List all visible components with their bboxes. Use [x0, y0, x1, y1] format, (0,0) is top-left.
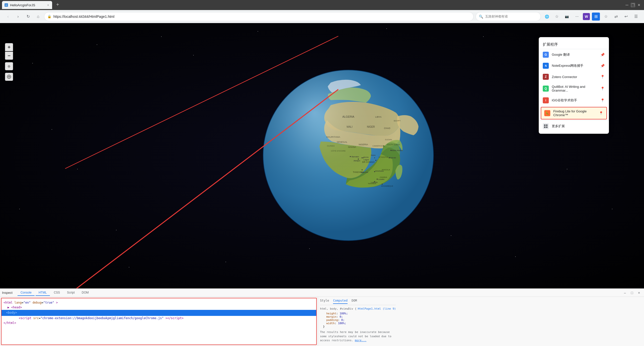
style-note: The results here may be inaccurate becau… [320, 330, 396, 343]
zoom-in-button[interactable]: + [5, 43, 13, 51]
style-tab-dom[interactable]: DOM [352, 299, 357, 304]
search-bar[interactable]: 🔍 [476, 12, 541, 21]
zoom-out-button[interactable]: − [5, 52, 13, 60]
html-line-4: <script src="chrome-extension://bmagokdo… [4, 316, 314, 321]
tab-close-button[interactable]: × [46, 3, 50, 7]
ext-label-google-translate: Google 翻译 [552, 52, 597, 57]
ext-icon-quillbot: Q [543, 86, 549, 92]
ext-item-igg[interactable]: i iGG谷歌学术助手 📍 [539, 95, 609, 106]
forward-icon: › [17, 14, 19, 19]
refresh-button[interactable]: ↻ [24, 13, 32, 21]
style-tab-computed[interactable]: Computed [333, 299, 348, 304]
home-map-button[interactable] [5, 73, 13, 81]
style-more-link[interactable]: more... [355, 339, 366, 342]
style-prop-width: width: 100%; [320, 322, 396, 325]
ext-icon-noteexpress: N [543, 63, 549, 69]
style-close-brace: } [320, 325, 396, 328]
ext-pin-google-translate[interactable]: 📌 [600, 52, 605, 57]
forward-button[interactable]: › [14, 13, 22, 21]
style-tab-style[interactable]: Style [320, 299, 329, 304]
profile-button[interactable]: W [583, 13, 590, 20]
devtools-controls: – □ × [622, 290, 642, 296]
ext-label-igg: iGG谷歌学术助手 [552, 98, 597, 103]
bookmark-button[interactable]: ☆ [553, 13, 561, 21]
lock-icon: 🔒 [47, 15, 51, 18]
search-input[interactable] [485, 15, 538, 18]
tab-bar: A HelloArcgisForJS × + ─ ❐ × [2, 1, 642, 9]
bookmark-star2-button[interactable]: ☆ [602, 13, 610, 21]
window-close-button[interactable]: × [637, 3, 641, 7]
devtools-close-button[interactable]: × [636, 290, 642, 296]
svg-rect-59 [544, 124, 546, 126]
refresh-icon: ↻ [27, 14, 30, 19]
ext-item-firebug[interactable]: 🐛 Firebug Lite for Google Chrome™ 📍 [541, 107, 607, 119]
style-prop-padding: padding: 0; [320, 318, 396, 322]
camera-icon: 📷 [565, 15, 569, 18]
devtools-tab-script[interactable]: Script [64, 290, 78, 296]
ext-pin-zotero[interactable]: 📍 [600, 74, 605, 79]
browser-action-button[interactable]: ⋯ [573, 13, 581, 21]
window-minimize-button[interactable]: ─ [625, 3, 629, 7]
screen-capture-button[interactable]: 📷 [563, 13, 571, 21]
ext-pin-firebug[interactable]: 📍 [598, 111, 603, 116]
svg-point-51 [8, 76, 10, 77]
sync-button[interactable]: ⇄ [612, 13, 620, 21]
extensions-header: 扩展程序 [539, 39, 609, 49]
devtools-minimize-button[interactable]: – [622, 290, 628, 296]
menu-button[interactable]: ☰ [632, 13, 640, 21]
devtools-tab-dom[interactable]: DOM [79, 290, 92, 296]
compass-button[interactable]: ⊕ [5, 62, 13, 70]
devtools-tab-html[interactable]: HTML [36, 290, 50, 296]
devtools-html-panel: <html lang="en" debug="true" > ▶ <head> … [1, 298, 317, 345]
new-tab-button[interactable]: + [54, 1, 61, 8]
style-source-link[interactable]: HtmlPage1.html (line 9) [358, 307, 396, 310]
back-button[interactable]: ‹ [4, 13, 12, 21]
ext-item-noteexpress[interactable]: N NoteExpress网络捕手 📌 [539, 60, 609, 71]
style-rule-main: html, body, #viewDiv { HtmlPage1.html (l… [320, 307, 396, 328]
profile-icon: W [585, 15, 588, 19]
html-line-2: ▶ <head> [4, 305, 314, 310]
back-icon: ‹ [7, 14, 9, 19]
devtools-panel: Inspect Console HTML CSS Script DOM – □ … [0, 288, 644, 346]
extensions-grid-icon: ⊞ [594, 14, 598, 19]
ext-label-zotero: Zotero Connector [552, 75, 597, 79]
html-selected-body[interactable]: <body> [2, 310, 316, 316]
svg-rect-60 [546, 124, 548, 126]
ext-more-icon [543, 123, 549, 129]
devtools-maximize-button[interactable]: □ [629, 290, 635, 296]
translate-button[interactable]: 🌐 [543, 13, 551, 21]
browser-tab-active[interactable]: A HelloArcgisForJS × [2, 1, 52, 9]
svg-point-48 [263, 70, 434, 241]
devtools-tab-console[interactable]: Console [18, 290, 35, 296]
ext-item-google-translate[interactable]: G Google 翻译 📌 [539, 49, 609, 60]
style-prop-height: height: 100%; [320, 312, 396, 315]
earth-globe: ALGERIA LIBYA EGYPT MALI NIGER CHAD MAUR… [261, 67, 436, 244]
undo-icon: ↩ [624, 14, 628, 19]
hamburger-icon: ☰ [634, 14, 638, 19]
ext-label-quillbot: QuillBot: AI Writing and Grammar... [552, 85, 597, 92]
address-bar[interactable]: 🔒 https://localhost:44344/HtmlPage1.html [44, 12, 474, 21]
home-button[interactable]: ⌂ [34, 13, 42, 21]
tab-title: HelloArcgisForJS [10, 3, 35, 7]
ext-pin-igg[interactable]: 📍 [600, 98, 605, 103]
svg-rect-62 [546, 126, 548, 128]
undo-button[interactable]: ↩ [622, 13, 630, 21]
html-line-1: <html lang="en" debug="true" > [4, 300, 314, 305]
devtools-inspect-label: Inspect [2, 291, 13, 295]
ext-pin-quillbot[interactable]: 📍 [600, 86, 605, 91]
ext-icon-firebug: 🐛 [544, 110, 550, 116]
bookmark-star-icon: ☆ [555, 14, 559, 19]
devtools-tab-css[interactable]: CSS [51, 290, 63, 296]
ext-item-zotero[interactable]: Z Zotero Connector 📍 [539, 71, 609, 82]
search-icon: 🔍 [479, 15, 483, 19]
ext-more-button[interactable]: 更多扩展 [539, 120, 609, 132]
extensions-dropdown: 扩展程序 G Google 翻译 📌 N NoteExpress网络捕手 📌 Z… [539, 37, 609, 134]
ext-pin-noteexpress[interactable]: 📌 [600, 63, 605, 68]
ext-item-quillbot[interactable]: Q QuillBot: AI Writing and Grammar... 📍 [539, 82, 609, 95]
toolbar: ‹ › ↻ ⌂ 🔒 https://localhost:44344/HtmlPa… [0, 10, 644, 23]
window-restore-button[interactable]: ❐ [631, 3, 635, 7]
ext-icon-igg: i [543, 97, 549, 103]
extensions-button[interactable]: ⊞ [592, 13, 600, 21]
star-icon: ☆ [604, 14, 608, 19]
html-line-5: </html> [4, 321, 314, 325]
